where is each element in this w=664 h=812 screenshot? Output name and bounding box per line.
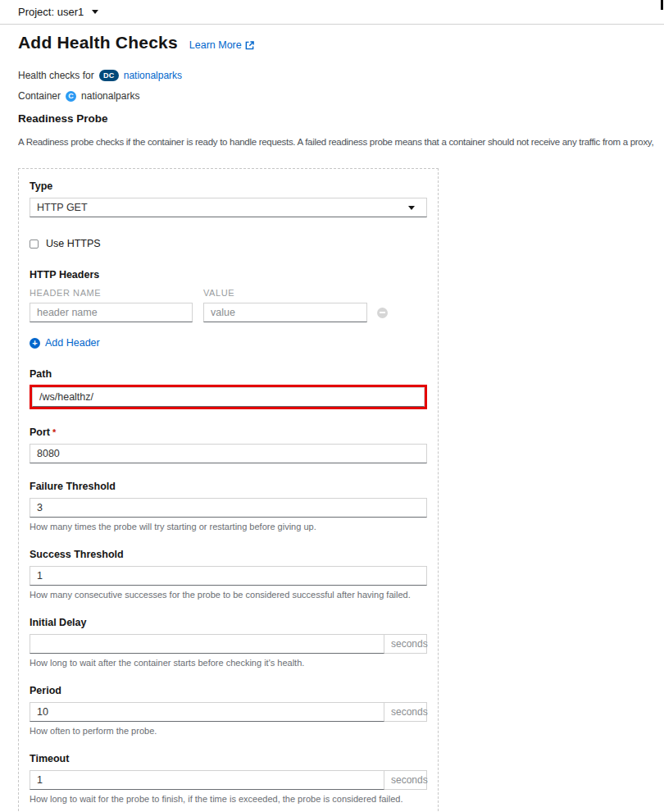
- timeout-help: How long to wait for the probe to finish…: [30, 794, 427, 804]
- resource-context: Health checks for DC nationalparks Conta…: [18, 70, 654, 102]
- port-group: Port*: [30, 427, 427, 463]
- seconds-addon: seconds: [384, 770, 427, 790]
- add-header-button[interactable]: + Add Header: [30, 337, 427, 349]
- header-name-input[interactable]: [30, 303, 193, 322]
- seconds-addon: seconds: [384, 702, 427, 722]
- success-threshold-help: How many consecutive successes for the p…: [30, 590, 427, 600]
- container-badge: C: [66, 91, 76, 102]
- port-input[interactable]: [30, 444, 427, 463]
- deployment-config-badge: DC: [99, 70, 119, 81]
- initial-delay-group: Initial Delay seconds How long to wait a…: [30, 617, 427, 668]
- page-title: Add Health Checks: [18, 33, 178, 52]
- period-label: Period: [30, 685, 427, 696]
- failure-threshold-input[interactable]: [30, 498, 427, 518]
- learn-more-label: Learn More: [189, 39, 242, 51]
- header-name-column-label: HEADER NAME: [30, 288, 193, 298]
- http-headers-label: HTTP Headers: [30, 269, 427, 281]
- initial-delay-help: How long to wait after the container sta…: [30, 658, 427, 668]
- timeout-label: Timeout: [30, 753, 427, 764]
- add-header-label: Add Header: [45, 337, 100, 349]
- initial-delay-label: Initial Delay: [30, 617, 427, 628]
- header-column-labels: HEADER NAME VALUE: [30, 288, 427, 298]
- success-threshold-input[interactable]: [30, 566, 427, 586]
- readiness-probe-description: A Readiness probe checks if the containe…: [18, 137, 654, 147]
- type-group: Type HTTP GET: [30, 180, 427, 217]
- failure-threshold-help: How many times the probe will try starti…: [30, 522, 427, 531]
- learn-more-link[interactable]: Learn More: [189, 39, 254, 51]
- chevron-down-icon: [92, 10, 98, 14]
- type-label: Type: [30, 180, 427, 192]
- failure-threshold-label: Failure Threshold: [30, 481, 427, 492]
- timeout-input[interactable]: [30, 770, 384, 790]
- timeout-group: Timeout seconds How long to wait for the…: [30, 753, 427, 804]
- required-asterisk: *: [52, 427, 56, 437]
- probe-type-select[interactable]: HTTP GET: [30, 198, 427, 217]
- path-group: Path: [30, 368, 427, 409]
- deployment-config-link[interactable]: nationalparks: [124, 70, 182, 81]
- plus-circle-icon: +: [30, 338, 40, 349]
- use-https-group: Use HTTPS: [30, 238, 427, 249]
- remove-header-icon[interactable]: [377, 308, 388, 318]
- path-label: Path: [30, 368, 427, 380]
- period-input-group: seconds: [30, 702, 427, 722]
- project-selector[interactable]: Project: user1: [18, 6, 98, 18]
- period-input[interactable]: [30, 702, 384, 722]
- health-checks-for-label: Health checks for: [18, 70, 94, 81]
- header-value-input[interactable]: [203, 303, 367, 322]
- health-checks-for-row: Health checks for DC nationalparks: [18, 70, 654, 81]
- path-input[interactable]: [32, 387, 425, 407]
- port-label: Port*: [30, 427, 427, 438]
- readiness-probe-heading: Readiness Probe: [18, 112, 654, 125]
- success-threshold-group: Success Threshold How many consecutive s…: [30, 549, 427, 600]
- failure-threshold-group: Failure Threshold How many times the pro…: [30, 481, 427, 531]
- page-head: Add Health Checks Learn More: [18, 33, 654, 52]
- http-headers-group: HTTP Headers HEADER NAME VALUE + Add Hea…: [30, 269, 427, 349]
- container-row: Container C nationalparks: [18, 90, 654, 102]
- readiness-probe-form-card: Type HTTP GET Use HTTPS HTTP Headers HEA…: [18, 168, 439, 812]
- chevron-down-icon: [408, 206, 415, 210]
- period-help: How often to perform the probe.: [30, 726, 427, 736]
- period-group: Period seconds How often to perform the …: [30, 685, 427, 736]
- initial-delay-input[interactable]: [30, 634, 384, 654]
- timeout-input-group: seconds: [30, 770, 427, 790]
- header-input-row: [30, 303, 427, 322]
- seconds-addon: seconds: [384, 634, 427, 654]
- success-threshold-label: Success Threshold: [30, 549, 427, 560]
- use-https-checkbox[interactable]: [30, 239, 39, 249]
- project-selector-label: Project: user1: [18, 6, 84, 18]
- scrollbar-fragment: [661, 0, 663, 10]
- path-input-annotation-box: [30, 385, 427, 409]
- use-https-label: Use HTTPS: [46, 238, 101, 249]
- main-content: Add Health Checks Learn More Health chec…: [0, 33, 664, 812]
- value-column-label: VALUE: [203, 288, 234, 298]
- external-link-icon: [245, 41, 254, 50]
- top-bar: Project: user1: [0, 0, 664, 25]
- container-label: Container: [18, 90, 61, 102]
- probe-type-selected-value: HTTP GET: [37, 202, 88, 213]
- initial-delay-input-group: seconds: [30, 634, 427, 654]
- container-name: nationalparks: [81, 90, 139, 102]
